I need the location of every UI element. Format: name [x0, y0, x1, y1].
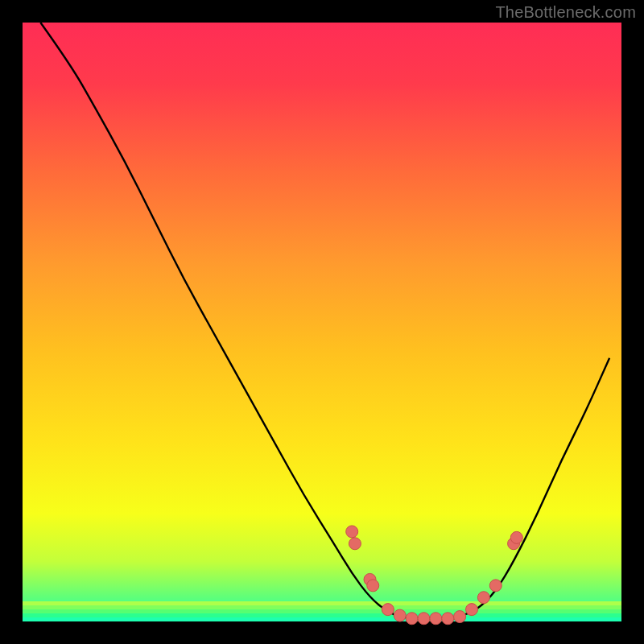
curve-marker: [418, 613, 430, 625]
curve-marker: [466, 604, 478, 616]
svg-rect-1: [23, 605, 621, 609]
curve-marker: [477, 592, 489, 604]
bottleneck-chart: [0, 0, 644, 644]
curve-marker: [394, 609, 406, 621]
curve-marker: [346, 526, 358, 538]
curve-marker: [430, 613, 442, 625]
svg-rect-3: [23, 613, 621, 617]
svg-rect-0: [23, 601, 621, 605]
curve-marker: [382, 604, 394, 616]
curve-marker: [349, 538, 361, 550]
svg-rect-4: [23, 617, 621, 621]
curve-marker: [442, 613, 454, 625]
curve-marker: [406, 613, 418, 625]
curve-marker: [367, 580, 379, 592]
plot-background: [23, 23, 621, 621]
curve-marker: [510, 531, 522, 543]
svg-rect-2: [23, 609, 621, 613]
bottom-stripes: [23, 601, 621, 621]
chart-stage: TheBottleneck.com: [0, 0, 644, 644]
curve-marker: [489, 580, 502, 592]
curve-marker: [454, 611, 466, 623]
watermark-text: TheBottleneck.com: [495, 3, 636, 22]
